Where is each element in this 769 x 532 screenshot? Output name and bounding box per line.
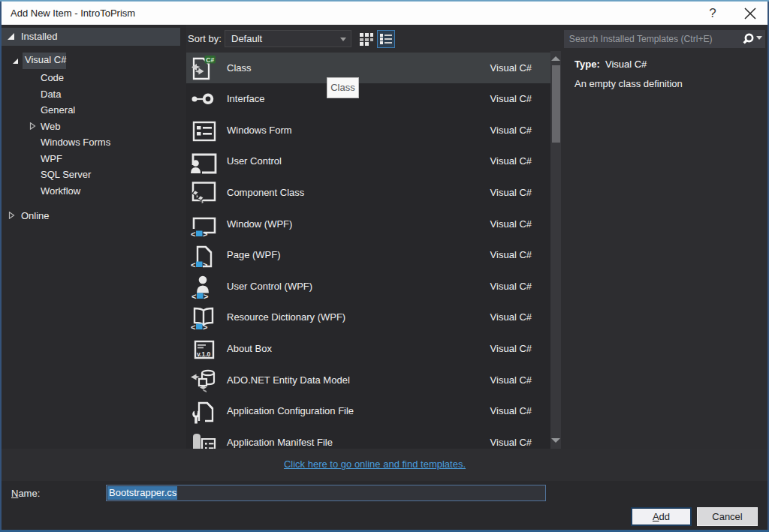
svg-text:>: > (203, 260, 207, 269)
svg-text:C#: C# (206, 56, 214, 63)
svg-text:<: < (191, 260, 195, 269)
svg-text:<: < (191, 323, 195, 331)
svg-text:>: > (203, 229, 207, 237)
svg-text:<: < (191, 291, 196, 299)
svg-text:>: > (204, 291, 208, 299)
svg-text:v.1.0: v.1.0 (197, 350, 211, 358)
svg-text:<: < (191, 229, 195, 237)
svg-text:>: > (203, 323, 207, 331)
